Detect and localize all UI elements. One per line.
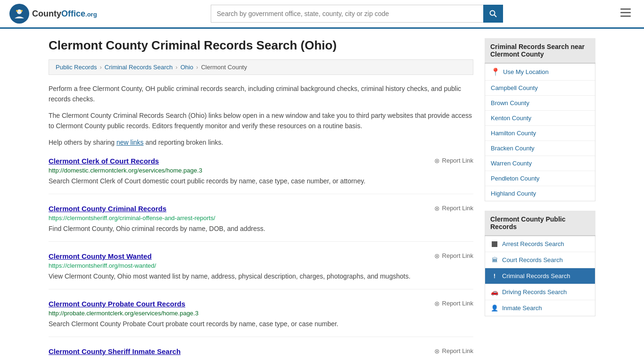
search-bar-area xyxy=(211,5,503,23)
record-url-2: https://clermontsheriff.org/most-wanted/ xyxy=(49,262,473,269)
rec-icon-0 xyxy=(491,241,498,247)
rec-label-0: Arrest Records Search xyxy=(502,240,564,247)
use-location-link[interactable]: 📍 Use My Location xyxy=(485,64,595,80)
breadcrumb-sep1: › xyxy=(99,64,101,71)
report-label-2: Report Link xyxy=(442,252,473,259)
content-area: Clermont County Criminal Records Search … xyxy=(49,38,473,362)
search-button[interactable] xyxy=(483,5,503,23)
report-link-4[interactable]: ⊗ Report Link xyxy=(434,347,473,355)
breadcrumb-ohio[interactable]: Ohio xyxy=(181,64,193,71)
public-record-link-1[interactable]: 🏛 Court Records Search xyxy=(485,252,595,268)
nearby-county-link-7[interactable]: Highland County xyxy=(485,186,595,201)
rec-icon-1: 🏛 xyxy=(491,257,498,263)
public-record-link-2[interactable]: ! Criminal Records Search xyxy=(485,268,595,284)
record-header-0: Clermont Clerk of Court Records ⊗ Report… xyxy=(49,157,473,165)
public-records-header: Clermont County Public Records xyxy=(485,211,595,236)
location-icon: 📍 xyxy=(491,67,500,76)
records-list: Clermont Clerk of Court Records ⊗ Report… xyxy=(49,157,473,362)
use-location-label: Use My Location xyxy=(503,68,549,75)
breadcrumb-current: Clermont County xyxy=(201,64,247,71)
record-desc-1: Find Clermont County, Ohio criminal reco… xyxy=(49,224,473,234)
nearby-county-link-3[interactable]: Hamilton County xyxy=(485,126,595,140)
breadcrumb-criminal-records[interactable]: Criminal Records Search xyxy=(105,64,173,71)
nearby-county-5[interactable]: Warren County xyxy=(485,156,595,171)
nearby-section: Criminal Records Search near Clermont Co… xyxy=(485,38,595,201)
record-entry-3: Clermont County Probate Court Records ⊗ … xyxy=(49,300,473,337)
report-label-3: Report Link xyxy=(442,300,473,307)
record-title-2[interactable]: Clermont County Most Wanted xyxy=(49,252,152,260)
record-title-0[interactable]: Clermont Clerk of Court Records xyxy=(49,157,159,165)
logo-icon xyxy=(9,4,29,24)
report-link-3[interactable]: ⊗ Report Link xyxy=(434,300,473,307)
breadcrumb-sep3: › xyxy=(196,64,198,71)
rec-label-1: Court Records Search xyxy=(502,256,563,263)
nearby-county-6[interactable]: Pendleton County xyxy=(485,171,595,186)
public-record-link-3[interactable]: 🚗 Driving Records Search xyxy=(485,284,595,300)
record-desc-0: Search Clermont Clerk of Court domestic … xyxy=(49,176,473,186)
report-icon-0: ⊗ xyxy=(434,157,440,165)
report-link-2[interactable]: ⊗ Report Link xyxy=(434,252,473,260)
menu-button[interactable] xyxy=(617,6,635,22)
public-records-section: Clermont County Public Records Arrest Re… xyxy=(485,211,595,316)
rec-icon-3: 🚗 xyxy=(491,289,498,296)
record-title-4[interactable]: Clermont County Sheriff Inmate Search xyxy=(49,347,181,355)
record-url-3: http://probate.clermontclerk.org/eservic… xyxy=(49,310,473,317)
record-entry-0: Clermont Clerk of Court Records ⊗ Report… xyxy=(49,157,473,194)
record-title-3[interactable]: Clermont County Probate Court Records xyxy=(49,300,185,308)
nearby-county-link-1[interactable]: Brown County xyxy=(485,96,595,110)
nearby-county-0[interactable]: Campbell County xyxy=(485,81,595,96)
logo-text: CountyOffice.org xyxy=(32,9,97,19)
help-prefix: Help others by sharing xyxy=(49,139,116,146)
main-container: Clermont County Criminal Records Search … xyxy=(39,29,605,362)
help-text: Help others by sharing new links and rep… xyxy=(49,137,473,148)
record-desc-2: View Clermont County, Ohio most wanted l… xyxy=(49,272,473,281)
nearby-county-link-5[interactable]: Warren County xyxy=(485,156,595,171)
description-text2: The Clermont County Criminal Records Sea… xyxy=(49,110,473,132)
public-record-item-4[interactable]: 👤 Inmate Search xyxy=(485,300,595,316)
public-record-item-1[interactable]: 🏛 Court Records Search xyxy=(485,252,595,268)
logo-area: CountyOffice.org xyxy=(9,4,97,24)
public-record-item-3[interactable]: 🚗 Driving Records Search xyxy=(485,284,595,300)
nearby-county-1[interactable]: Brown County xyxy=(485,96,595,111)
report-link-1[interactable]: ⊗ Report Link xyxy=(434,205,473,212)
svg-point-2 xyxy=(16,10,18,12)
record-header-2: Clermont County Most Wanted ⊗ Report Lin… xyxy=(49,252,473,260)
nearby-county-3[interactable]: Hamilton County xyxy=(485,126,595,141)
search-input[interactable] xyxy=(211,5,483,23)
page-title: Clermont County Criminal Records Search … xyxy=(49,38,473,53)
svg-point-3 xyxy=(21,10,23,12)
sidebar: Criminal Records Search near Clermont Co… xyxy=(485,38,595,362)
nearby-county-link-4[interactable]: Bracken County xyxy=(485,141,595,156)
nearby-county-link-0[interactable]: Campbell County xyxy=(485,81,595,95)
report-link-0[interactable]: ⊗ Report Link xyxy=(434,157,473,165)
public-record-link-0[interactable]: Arrest Records Search xyxy=(485,236,595,252)
nearby-county-2[interactable]: Kenton County xyxy=(485,111,595,126)
new-links-link[interactable]: new links xyxy=(116,139,144,146)
use-location-item[interactable]: 📍 Use My Location xyxy=(485,64,595,81)
record-header-4: Clermont County Sheriff Inmate Search ⊗ … xyxy=(49,347,473,355)
rec-label-4: Inmate Search xyxy=(502,304,542,312)
nearby-list: 📍 Use My Location Campbell CountyBrown C… xyxy=(485,64,595,201)
nearby-county-link-2[interactable]: Kenton County xyxy=(485,111,595,125)
report-icon-2: ⊗ xyxy=(434,252,440,260)
description-text: Perform a free Clermont County, OH publi… xyxy=(49,83,473,105)
record-desc-3: Search Clermont County Probate Court pro… xyxy=(49,319,473,329)
nearby-county-link-6[interactable]: Pendleton County xyxy=(485,171,595,186)
header: CountyOffice.org xyxy=(0,0,644,29)
record-header-3: Clermont County Probate Court Records ⊗ … xyxy=(49,300,473,308)
nearby-header: Criminal Records Search near Clermont Co… xyxy=(485,38,595,64)
nearby-county-4[interactable]: Bracken County xyxy=(485,141,595,156)
public-record-item-2[interactable]: ! Criminal Records Search xyxy=(485,268,595,284)
nearby-county-7[interactable]: Highland County xyxy=(485,186,595,201)
breadcrumb-public-records[interactable]: Public Records xyxy=(56,64,97,71)
report-label-0: Report Link xyxy=(442,157,473,164)
record-entry-2: Clermont County Most Wanted ⊗ Report Lin… xyxy=(49,252,473,289)
record-title-1[interactable]: Clermont County Criminal Records xyxy=(49,205,166,213)
public-records-list: Arrest Records Search 🏛 Court Records Se… xyxy=(485,236,595,316)
rec-label-3: Driving Records Search xyxy=(502,288,567,296)
public-record-item-0[interactable]: Arrest Records Search xyxy=(485,236,595,252)
breadcrumb: Public Records › Criminal Records Search… xyxy=(49,59,473,75)
svg-point-1 xyxy=(17,9,22,14)
public-record-link-4[interactable]: 👤 Inmate Search xyxy=(485,300,595,316)
rec-icon-2: ! xyxy=(491,273,498,280)
